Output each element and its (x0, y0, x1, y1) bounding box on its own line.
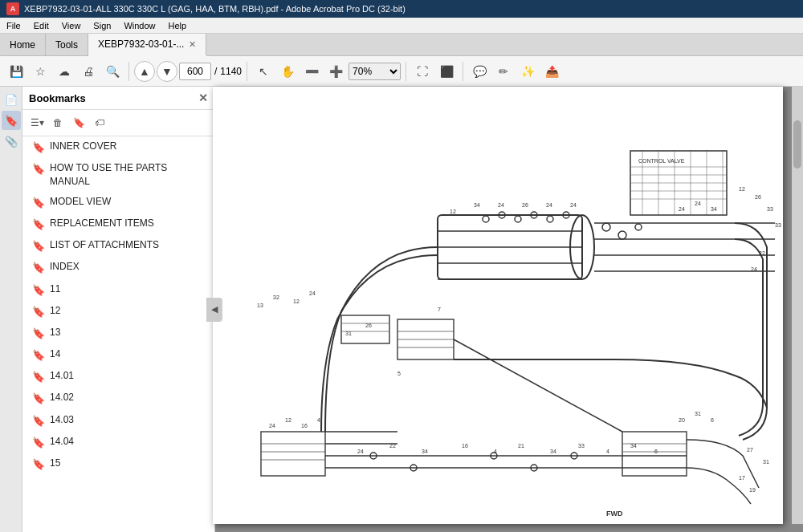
bookmark-label: 14.04 (50, 435, 208, 449)
svg-text:24: 24 (546, 202, 552, 208)
comment-button[interactable]: 💬 (468, 60, 491, 83)
bookmark-icon: 🔖 (32, 370, 45, 384)
collapse-sidebar-button[interactable]: ◀ (206, 298, 222, 322)
fit-page-button[interactable]: ⛶ (411, 60, 434, 83)
tab-tools[interactable]: Tools (46, 34, 88, 55)
close-sidebar-button[interactable]: ✕ (198, 91, 208, 104)
svg-text:34: 34 (630, 443, 637, 449)
app-icon: A (6, 2, 19, 15)
bookmark-item[interactable]: 🔖INDEX (22, 257, 214, 278)
bookmarks-panel-button[interactable]: 🔖 (2, 111, 21, 130)
tab-doc-label: XEBP7932-03-01-... (98, 39, 184, 50)
bookmark-icon: 🔖 (32, 162, 45, 177)
fit-width-button[interactable]: ⬛ (435, 60, 458, 83)
bookmark-item[interactable]: 🔖HOW TO USE THE PARTS MANUAL (22, 158, 214, 192)
zoom-in-button[interactable]: ➕ (324, 60, 347, 83)
tab-home[interactable]: Home (0, 34, 46, 55)
page-input-group: 600 / 1140 (179, 63, 242, 80)
tab-document[interactable]: XEBP7932-03-01-... ✕ (88, 34, 206, 56)
sidebar-menu-button[interactable]: ☰▾ (27, 113, 47, 132)
bookmark-item[interactable]: 🔖12 (22, 301, 214, 323)
share-button[interactable]: ☁ (53, 60, 75, 83)
save-button[interactable]: 💾 (5, 60, 27, 83)
next-page-button[interactable]: ▼ (157, 61, 177, 82)
bookmark-add-button[interactable]: ☆ (29, 60, 51, 83)
svg-text:24: 24 (309, 290, 316, 296)
bookmark-icon: 🔖 (32, 348, 45, 363)
menu-sign[interactable]: Sign (87, 19, 117, 32)
svg-text:34: 34 (550, 449, 556, 454)
svg-text:6: 6 (654, 449, 658, 454)
svg-text:21: 21 (518, 443, 524, 449)
hand-tool-button[interactable]: ✋ (276, 60, 299, 83)
scrollbar-thumb[interactable] (793, 120, 801, 169)
bookmarks-sidebar: Bookmarks ✕ ☰▾ 🗑 🔖 🏷 🔖INNER COVER🔖HOW TO… (22, 87, 215, 532)
bookmark-item[interactable]: 🔖14 (22, 344, 214, 366)
pdf-page: CONTROL VALVE (215, 87, 783, 524)
bookmarks-list: 🔖INNER COVER🔖HOW TO USE THE PARTS MANUAL… (22, 136, 214, 532)
bookmark-item[interactable]: 🔖14.02 (22, 388, 214, 409)
menu-help[interactable]: Help (162, 19, 194, 32)
svg-text:CONTROL VALVE: CONTROL VALVE (638, 158, 685, 164)
delete-bookmark-button[interactable]: 🗑 (48, 113, 67, 132)
bookmark-icon: 🔖 (32, 217, 45, 232)
svg-text:27: 27 (747, 447, 753, 453)
sidebar-header: Bookmarks ✕ (22, 87, 214, 110)
print-button[interactable]: 🖨 (77, 60, 100, 83)
sidebar-title: Bookmarks (29, 92, 86, 104)
pages-panel-button[interactable]: 📄 (2, 90, 21, 109)
svg-text:6: 6 (711, 417, 714, 423)
bookmark-item[interactable]: 🔖13 (22, 323, 214, 344)
content-area: CONTROL VALVE (215, 87, 803, 532)
zoom-select[interactable]: 70% 50% 100% 150% (349, 63, 401, 80)
bookmark-label: INDEX (50, 260, 208, 274)
prev-page-button[interactable]: ▲ (134, 61, 155, 82)
bookmark-label: 14.01 (50, 369, 208, 383)
bookmark-item[interactable]: 🔖11 (22, 279, 214, 301)
menu-edit[interactable]: Edit (27, 19, 55, 32)
svg-text:FWD: FWD (606, 510, 623, 518)
svg-text:4: 4 (494, 449, 497, 454)
svg-text:34: 34 (711, 206, 717, 212)
svg-text:32: 32 (273, 294, 279, 300)
properties-button[interactable]: 🏷 (90, 113, 109, 132)
svg-text:22: 22 (389, 443, 396, 449)
svg-text:31: 31 (763, 459, 769, 465)
find-button[interactable]: 🔍 (101, 60, 124, 83)
svg-text:24: 24 (357, 449, 364, 454)
select-tool-button[interactable]: ↖ (252, 60, 275, 83)
svg-text:16: 16 (462, 443, 468, 449)
menu-window[interactable]: Window (117, 19, 161, 32)
bookmark-icon: 🔖 (32, 392, 45, 406)
separator-3 (406, 62, 406, 81)
bookmark-item[interactable]: 🔖INNER COVER (22, 136, 214, 158)
page-total: 1140 (220, 66, 242, 77)
attachments-panel-button[interactable]: 📎 (2, 132, 21, 151)
vertical-scrollbar[interactable] (792, 87, 803, 524)
page-number-input[interactable]: 600 (179, 63, 211, 80)
bookmark-item[interactable]: 🔖MODEL VIEW (22, 192, 214, 213)
more-tools-button[interactable]: 📤 (540, 60, 563, 83)
new-bookmark-button[interactable]: 🔖 (69, 113, 88, 132)
markup-button[interactable]: ✨ (516, 60, 539, 83)
bookmark-item[interactable]: 🔖15 (22, 453, 214, 475)
draw-button[interactable]: ✏ (492, 60, 515, 83)
svg-text:33: 33 (775, 222, 781, 228)
menu-file[interactable]: File (0, 19, 27, 32)
separator-2 (247, 62, 247, 81)
bookmark-item[interactable]: 🔖14.03 (22, 410, 214, 432)
svg-text:24: 24 (269, 423, 275, 428)
svg-text:12: 12 (293, 298, 300, 304)
bookmark-item[interactable]: 🔖REPLACEMENT ITEMS (22, 213, 214, 235)
bookmark-item[interactable]: 🔖14.01 (22, 366, 214, 388)
bookmark-icon: 🔖 (32, 305, 45, 319)
svg-rect-0 (215, 87, 783, 524)
tab-close-button[interactable]: ✕ (189, 39, 196, 50)
svg-text:22: 22 (759, 250, 765, 256)
bookmark-item[interactable]: 🔖14.04 (22, 432, 214, 453)
menu-view[interactable]: View (55, 19, 88, 32)
left-icon-strip: 📄 🔖 📎 (0, 87, 22, 532)
zoom-out-button[interactable]: ➖ (300, 60, 323, 83)
bookmark-item[interactable]: 🔖LIST OF ATTACHMENTS (22, 235, 214, 257)
separator-4 (463, 62, 463, 81)
